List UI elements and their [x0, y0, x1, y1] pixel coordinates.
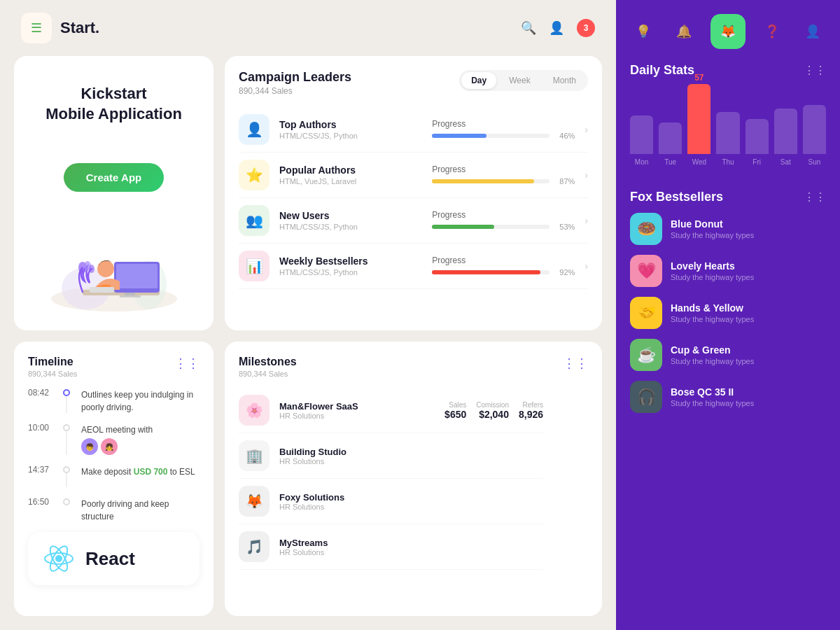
milestones-card: Milestones 890,344 Sales ⋮⋮ 🌸 Man&Flower… — [225, 342, 602, 616]
bar-label-Wed: Wed — [692, 158, 706, 166]
milestones-header: Milestones 890,344 Sales ⋮⋮ — [239, 356, 588, 378]
timeline-menu-icon[interactable]: ⋮⋮ — [174, 356, 200, 371]
progress-label-2: Progress — [432, 210, 575, 220]
bar-label-Mon: Mon — [635, 158, 648, 166]
timeline-content-2: Make deposit USD 700 to ESL — [81, 465, 195, 487]
sidebar-icon-4[interactable]: 👤 — [799, 18, 827, 46]
milestone-info-3: MyStreams HR Solutions — [279, 538, 543, 556]
sidebar-content: Daily Stats ⋮⋮ Mon Tue 57 Wed Thu Fri Sa… — [616, 56, 840, 630]
tab-day[interactable]: Day — [461, 72, 496, 89]
bestseller-img-2: 🤝 — [630, 297, 662, 329]
milestone-info-1: Building Studio HR Solutions — [279, 447, 543, 465]
milestone-icon-2: 🦊 — [239, 486, 270, 517]
sidebar-icon-2[interactable]: 🦊 — [710, 14, 746, 49]
bestseller-item-4: 🎧 Bose QC 35 II Study the highway types — [630, 381, 826, 413]
author-tech-1: HTML, VueJS, Laravel — [279, 177, 422, 186]
tab-group: Day Week Month — [459, 70, 588, 91]
bestseller-sub-4: Study the highway types — [671, 399, 754, 407]
author-row: 📊 Weekly Bestsellers HTML/CSS/JS, Python… — [239, 244, 588, 289]
progress-pct-2: 53% — [555, 223, 575, 231]
sidebar-icon-3[interactable]: ❓ — [758, 18, 786, 46]
author-rows: 👤 Top Authors HTML/CSS/JS, Python Progre… — [239, 107, 588, 289]
app-title: Start. — [60, 19, 512, 37]
milestone-icon-0: 🌸 — [239, 395, 270, 426]
timeline-text-2: Make deposit USD 700 to ESL — [81, 467, 195, 477]
tab-week[interactable]: Week — [499, 72, 540, 89]
milestone-refers-0: Refers 8,926 — [519, 401, 543, 420]
milestone-icon-1: 🏢 — [239, 440, 270, 471]
timeline-card: Timeline 890,344 Sales ⋮⋮ 08:42 Outlines… — [14, 342, 214, 616]
sidebar-icon-0[interactable]: 💡 — [629, 18, 657, 46]
sidebar-icon-1[interactable]: 🔔 — [670, 18, 698, 46]
progress-bar-fill-0 — [432, 134, 486, 138]
daily-stats-chart: Mon Tue 57 Wed Thu Fri Sat Sun — [630, 89, 826, 180]
milestone-info-2: Foxy Solutions HR Solutions — [279, 492, 543, 511]
bestseller-info-3: Cup & Green Study the highway types — [671, 344, 754, 365]
row-arrow-2[interactable]: › — [584, 215, 588, 226]
milestone-name-0: Man&Flower SaaS — [279, 401, 435, 412]
progress-bar-row-2: 53% — [432, 223, 575, 231]
milestones-chart — [557, 388, 588, 444]
bestseller-name-0: Blue Donut — [671, 218, 754, 230]
author-tech-3: HTML/CSS/JS, Python — [279, 268, 422, 276]
progress-bar-fill-3 — [432, 270, 540, 274]
bestseller-item-0: 🍩 Blue Donut Study the highway types — [630, 213, 826, 245]
timeline-text-0: Outlines keep you indulging in poorly dr… — [81, 390, 193, 412]
progress-bar-bg-2 — [432, 225, 550, 229]
timeline-dot-1 — [63, 424, 70, 431]
react-logo — [42, 542, 76, 575]
svg-rect-5 — [116, 264, 158, 288]
bestseller-img-4: 🎧 — [630, 381, 662, 413]
progress-section-1: Progress 87% — [432, 164, 575, 186]
progress-section-3: Progress 92% — [432, 255, 575, 276]
milestone-sales-0: Sales $650 — [444, 401, 466, 420]
row-arrow-3[interactable]: › — [584, 260, 588, 272]
fox-bestsellers-header: Fox Bestsellers ⋮⋮ — [630, 190, 826, 204]
bestseller-info-1: Lovely Hearts Study the highway types — [671, 260, 754, 281]
timeline-content-1: AEOL meeting with 👦👧 — [81, 423, 153, 455]
author-name-0: Top Authors — [279, 119, 422, 130]
campaign-title: Campaign Leaders — [239, 70, 351, 85]
daily-stats-menu-icon[interactable]: ⋮⋮ — [804, 64, 826, 77]
bar-chart-bars: Mon Tue 57 Wed Thu Fri Sat Sun — [630, 89, 826, 166]
bar-Thu — [716, 112, 739, 154]
fox-menu-icon[interactable]: ⋮⋮ — [804, 190, 826, 204]
bestseller-name-3: Cup & Green — [671, 344, 754, 356]
row-arrow-1[interactable]: › — [584, 169, 588, 181]
create-app-button[interactable]: Create App — [64, 163, 164, 192]
author-row: 👤 Top Authors HTML/CSS/JS, Python Progre… — [239, 107, 588, 153]
bestseller-name-1: Lovely Hearts — [671, 260, 754, 272]
logo-box: ☰ — [21, 13, 52, 43]
search-icon[interactable]: 🔍 — [521, 20, 536, 36]
milestone-name-3: MyStreams — [279, 538, 543, 548]
header: ☰ Start. 🔍 👤 3 — [0, 0, 616, 56]
daily-stats-title: Daily Stats — [630, 63, 694, 78]
user-icon[interactable]: 👤 — [549, 20, 564, 36]
timeline-subtitle: 890,344 Sales — [28, 370, 77, 378]
row-arrow-0[interactable]: › — [584, 124, 588, 135]
milestone-sub-0: HR Solutions — [279, 412, 435, 420]
milestones-menu-icon[interactable]: ⋮⋮ — [563, 356, 588, 371]
bestseller-name-4: Bose QC 35 II — [671, 386, 754, 398]
author-name-3: Weekly Bestsellers — [279, 255, 422, 267]
daily-stats-header: Daily Stats ⋮⋮ — [630, 63, 826, 78]
notification-badge[interactable]: 3 — [577, 19, 595, 37]
timeline-item: 16:50 Poorly driving and keep structure — [28, 497, 200, 522]
timeline-header: Timeline 890,344 Sales ⋮⋮ — [28, 356, 200, 378]
tab-month[interactable]: Month — [543, 72, 586, 89]
progress-label-3: Progress — [432, 255, 575, 265]
milestone-name-2: Foxy Solutions — [279, 492, 543, 503]
right-sidebar: 💡🔔🦊❓👤 Daily Stats ⋮⋮ Mon Tue 57 Wed Thu … — [616, 0, 840, 630]
progress-pct-0: 46% — [555, 132, 575, 140]
peak-label: 57 — [694, 73, 704, 83]
author-tech-2: HTML/CSS/JS, Python — [279, 223, 422, 231]
timeline-item: 08:42 Outlines keep you indulging in poo… — [28, 388, 200, 413]
progress-section-0: Progress 46% — [432, 119, 575, 140]
timeline-time-1: 10:00 — [28, 423, 56, 455]
bestseller-sub-2: Study the highway types — [671, 315, 754, 323]
author-info-1: Popular Authors HTML, VueJS, Laravel — [279, 164, 422, 186]
bestseller-sub-0: Study the highway types — [671, 231, 754, 239]
bar-label-Sun: Sun — [808, 158, 821, 166]
content-grid: Kickstart Mobile Application Create App — [0, 56, 616, 630]
bestseller-name-2: Hands & Yellow — [671, 302, 754, 314]
